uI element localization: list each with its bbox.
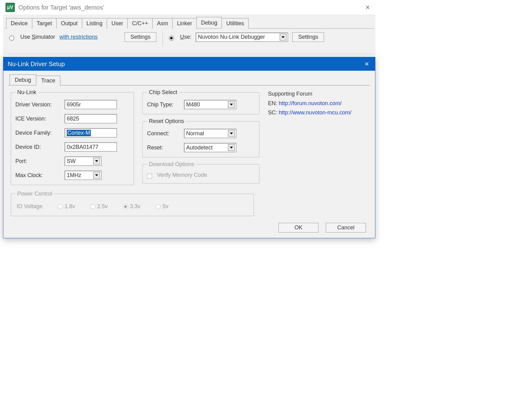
- tab-device[interactable]: Device: [6, 18, 32, 29]
- nulink-titlebar: Nu-Link Driver Setup ×: [3, 57, 375, 71]
- ice-version-field: 6825: [65, 114, 117, 123]
- chevron-down-icon[interactable]: [93, 172, 100, 179]
- reset-select[interactable]: Autodetect: [184, 143, 236, 152]
- ok-button[interactable]: OK: [278, 223, 318, 232]
- settings-button-right[interactable]: Settings: [292, 32, 324, 42]
- forum-en-link[interactable]: http://forum.nuvoton.com/: [279, 100, 342, 106]
- nulink-client: Debug Trace Nu-Link Driver Version: 6905…: [3, 71, 375, 238]
- label-1p8v: 1.8v: [65, 203, 75, 209]
- chevron-down-icon[interactable]: [228, 101, 235, 108]
- tab-ccpp[interactable]: C/C++: [127, 18, 153, 29]
- reset-label: Reset:: [147, 145, 181, 151]
- radio-2p5v: [90, 204, 95, 209]
- port-select-value: SW: [67, 158, 76, 164]
- max-clock-select-value: 1MHz: [67, 172, 81, 179]
- chevron-down-icon[interactable]: [93, 158, 100, 164]
- forum-title: Supporting Forum: [268, 89, 368, 99]
- max-clock-label: Max Clock:: [15, 172, 62, 179]
- device-family-label: Device Family:: [15, 130, 62, 136]
- close-icon[interactable]: ×: [362, 59, 372, 69]
- chevron-down-icon[interactable]: [228, 130, 235, 137]
- verify-memory-checkbox: [147, 174, 152, 179]
- chip-type-select[interactable]: M480: [184, 100, 236, 109]
- ice-version-label: ICE Version:: [15, 116, 62, 122]
- group-download-legend: Download Options: [147, 161, 196, 168]
- nulink-dialog: Nu-Link Driver Setup × Debug Trace Nu-Li…: [3, 57, 375, 238]
- options-debug-page: Use Simulator with restrictions Settings…: [5, 29, 374, 50]
- radio-1p8v: [58, 204, 63, 209]
- max-clock-select[interactable]: 1MHz: [65, 171, 102, 180]
- io-voltage-label: IO Voltage: [17, 203, 42, 210]
- settings-button-left[interactable]: Settings: [125, 32, 156, 42]
- tab-listing[interactable]: Listing: [82, 18, 107, 29]
- device-id-field: 0x2BA01477: [65, 142, 117, 152]
- group-nulink: Nu-Link Driver Version: 6905r ICE Versio…: [11, 89, 134, 185]
- close-icon[interactable]: ×: [362, 2, 373, 13]
- port-select[interactable]: SW: [65, 157, 102, 166]
- group-nulink-legend: Nu-Link: [15, 89, 38, 96]
- forum-en-prefix: EN:: [268, 100, 279, 106]
- tab-asm[interactable]: Asm: [152, 18, 173, 29]
- options-tabstrip: Device Target Output Listing User C/C++ …: [5, 18, 374, 29]
- label-2p5v: 2.5v: [97, 203, 108, 209]
- tab-user[interactable]: User: [107, 18, 128, 29]
- radio-use-debugger[interactable]: [169, 36, 174, 41]
- options-title: Options for Target 'aws_demos': [18, 4, 359, 11]
- group-reset-options: Reset Options Connect: Normal Reset:: [142, 118, 259, 157]
- options-titlebar: µV Options for Target 'aws_demos' ×: [3, 0, 375, 15]
- tab-output[interactable]: Output: [56, 18, 82, 29]
- reset-select-value: Autodetect: [186, 145, 213, 151]
- radio-5v: [156, 204, 161, 209]
- divider: [162, 32, 163, 46]
- driver-version-label: Driver Version:: [15, 101, 62, 108]
- chip-type-label: Chip Type:: [147, 101, 181, 108]
- nulink-debug-page: Nu-Link Driver Version: 6905r ICE Versio…: [8, 85, 370, 219]
- use-simulator-label: Use Simulator: [20, 34, 55, 40]
- verify-memory-label: Verify Memory Code: [157, 172, 207, 178]
- debugger-select-value: Nuvoton Nu-Link Debugger: [198, 34, 265, 40]
- tab-debug[interactable]: Debug: [196, 17, 222, 28]
- driver-version-field: 6905r: [65, 100, 117, 109]
- radio-use-simulator[interactable]: [9, 36, 14, 41]
- group-chip-select-legend: Chip Select: [147, 89, 179, 96]
- options-client: Device Target Output Listing User C/C++ …: [3, 15, 375, 56]
- nulink-tabstrip: Debug Trace: [8, 75, 370, 85]
- radio-3p3v: [123, 204, 128, 209]
- tab-utilities[interactable]: Utilities: [222, 18, 249, 29]
- app-icon: µV: [6, 3, 15, 12]
- group-reset-legend: Reset Options: [147, 118, 186, 125]
- use-label: Use:: [180, 34, 191, 40]
- tab-linker[interactable]: Linker: [172, 18, 197, 29]
- with-restrictions-link[interactable]: with restrictions: [59, 34, 98, 40]
- forum-info: Supporting Forum EN: http://forum.nuvoto…: [268, 89, 368, 117]
- connect-select[interactable]: Normal: [184, 129, 236, 138]
- forum-sc-prefix: SC:: [268, 109, 279, 116]
- chip-type-select-value: M480: [186, 101, 200, 108]
- label-5v: 5v: [162, 203, 168, 209]
- connect-label: Connect:: [147, 130, 181, 137]
- chevron-down-icon[interactable]: [280, 34, 286, 41]
- tab-target[interactable]: Target: [32, 18, 57, 29]
- port-label: Port:: [15, 158, 62, 164]
- group-power-control: Power Control IO Voltage 1.8v 2.5v 3.3v …: [11, 191, 254, 216]
- chevron-down-icon[interactable]: [228, 144, 235, 151]
- group-download-options: Download Options Verify Memory Code: [142, 161, 259, 184]
- device-family-field[interactable]: Cortex-M: [65, 128, 117, 137]
- connect-select-value: Normal: [186, 130, 204, 137]
- tab-nu-debug[interactable]: Debug: [10, 74, 36, 85]
- forum-sc-link[interactable]: http://www.nuvoton-mcu.com/: [279, 109, 351, 116]
- cancel-button[interactable]: Cancel: [326, 223, 366, 232]
- group-power-legend: Power Control: [15, 191, 54, 197]
- device-id-label: Device ID:: [15, 144, 62, 150]
- nulink-button-row: OK Cancel: [8, 219, 370, 234]
- group-chip-select: Chip Select Chip Type: M480: [142, 89, 259, 114]
- options-window: µV Options for Target 'aws_demos' × Devi…: [3, 0, 375, 56]
- debugger-select[interactable]: Nuvoton Nu-Link Debugger: [196, 33, 288, 42]
- label-3p3v: 3.3v: [130, 203, 140, 209]
- tab-nu-trace[interactable]: Trace: [36, 76, 60, 85]
- nulink-title: Nu-Link Driver Setup: [8, 61, 65, 68]
